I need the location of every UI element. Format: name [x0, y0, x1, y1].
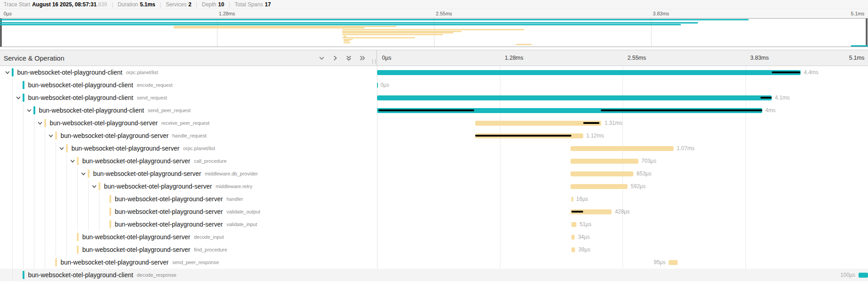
- span-bar[interactable]: [377, 70, 801, 75]
- critical-path-segment: [601, 109, 762, 111]
- collapse-all-icon[interactable]: [345, 54, 352, 62]
- span-bar[interactable]: [571, 184, 627, 189]
- span-bar[interactable]: [571, 159, 638, 164]
- collapse-chevron-icon[interactable]: [48, 133, 54, 139]
- span-row[interactable]: bun-websocket-otel-playground-serversend…: [0, 256, 868, 269]
- span-row[interactable]: bun-websocket-otel-playground-clientorpc…: [0, 66, 868, 79]
- operation-name: encode_request: [137, 82, 173, 88]
- span-row[interactable]: bun-websocket-otel-playground-servermidd…: [0, 180, 868, 193]
- span-name-cell[interactable]: bun-websocket-otel-playground-clientenco…: [0, 79, 377, 91]
- span-name-cell[interactable]: bun-websocket-otel-playground-serverorpc…: [0, 142, 377, 155]
- span-name-cell[interactable]: bun-websocket-otel-playground-servermidd…: [0, 167, 377, 180]
- timeline-tick-label: 3.83ms: [750, 55, 769, 61]
- span-bar[interactable]: [669, 260, 678, 265]
- span-name-cell[interactable]: bun-websocket-otel-playground-servervali…: [0, 218, 377, 231]
- span-row[interactable]: bun-websocket-otel-playground-servervali…: [0, 218, 868, 231]
- indent-guide: [45, 129, 45, 142]
- span-duration-label: 653µs: [637, 167, 651, 180]
- span-row[interactable]: bun-websocket-otel-playground-serverdeco…: [0, 231, 868, 243]
- service-color-indicator: [77, 246, 79, 254]
- indent-guide: [23, 231, 24, 243]
- indent-guide: [23, 142, 24, 155]
- collapse-one-icon[interactable]: [318, 54, 325, 62]
- column-resizer-grip[interactable]: [373, 59, 376, 64]
- collapse-chevron-icon[interactable]: [15, 95, 21, 101]
- minimap-span-bar: [342, 32, 453, 33]
- span-name-cell[interactable]: bun-websocket-otel-playground-serverdeco…: [0, 231, 377, 243]
- collapse-chevron-icon[interactable]: [70, 158, 75, 164]
- span-name-cell[interactable]: bun-websocket-otel-playground-servervali…: [0, 205, 377, 218]
- minimap-span-bar: [0, 19, 749, 20]
- indent-guide: [56, 142, 56, 155]
- span-row[interactable]: bun-websocket-otel-playground-clientsend…: [0, 104, 868, 117]
- operation-name: handler: [226, 196, 243, 202]
- span-name-cell[interactable]: bun-websocket-otel-playground-clientsend…: [0, 104, 377, 117]
- collapse-chevron-icon[interactable]: [80, 171, 86, 177]
- operation-name: find_procedure: [194, 247, 227, 252]
- total-spans-value: 17: [265, 1, 271, 8]
- span-row[interactable]: bun-websocket-otel-playground-serverfind…: [0, 243, 868, 256]
- span-bar[interactable]: [377, 95, 772, 100]
- minimap-right-scrubber[interactable]: [866, 19, 868, 47]
- span-name-cell[interactable]: bun-websocket-otel-playground-clientdeco…: [0, 269, 377, 281]
- service-name: bun-websocket-otel-playground-server: [61, 132, 169, 139]
- collapse-chevron-icon[interactable]: [91, 184, 97, 189]
- span-row[interactable]: bun-websocket-otel-playground-servermidd…: [0, 167, 868, 180]
- indent-guide: [23, 167, 24, 180]
- service-operation-header: Service & Operation: [0, 50, 377, 66]
- span-row[interactable]: bun-websocket-otel-playground-clientenco…: [0, 79, 868, 91]
- span-bar[interactable]: [571, 146, 674, 151]
- divider: |: [196, 1, 197, 8]
- span-row[interactable]: bun-websocket-otel-playground-servercall…: [0, 155, 868, 167]
- span-bar[interactable]: [571, 197, 573, 202]
- collapse-chevron-icon[interactable]: [5, 70, 10, 76]
- timeline-ticks-header: 0µs1.28ms2.55ms3.83ms5.1ms: [377, 50, 868, 66]
- span-row[interactable]: bun-websocket-otel-playground-serverhand…: [0, 193, 868, 205]
- span-duration-label: 4ms: [765, 104, 776, 117]
- span-name-cell[interactable]: bun-websocket-otel-playground-servercall…: [0, 155, 377, 167]
- span-duration-label: 1.31ms: [604, 117, 622, 129]
- span-bar[interactable]: [571, 247, 575, 252]
- span-row[interactable]: bun-websocket-otel-playground-clientdeco…: [0, 269, 868, 281]
- span-name-cell[interactable]: bun-websocket-otel-playground-clientsend…: [0, 91, 377, 104]
- span-bar[interactable]: [475, 121, 601, 126]
- span-name-cell[interactable]: bun-websocket-otel-playground-serverfind…: [0, 243, 377, 256]
- expand-all-icon[interactable]: [359, 54, 366, 62]
- span-bar[interactable]: [377, 83, 378, 88]
- span-row[interactable]: bun-websocket-otel-playground-serverorpc…: [0, 142, 868, 155]
- span-row[interactable]: bun-websocket-otel-playground-clientsend…: [0, 91, 868, 104]
- operation-name: receive_peer_request: [161, 120, 209, 126]
- span-timeline-cell: 1.07ms: [377, 142, 868, 155]
- span-duration-label: 1.07ms: [677, 142, 694, 155]
- span-bar[interactable]: [859, 273, 868, 278]
- collapse-chevron-icon[interactable]: [59, 146, 65, 151]
- span-name-cell[interactable]: bun-websocket-otel-playground-serverhand…: [0, 193, 377, 205]
- span-name-cell[interactable]: bun-websocket-otel-playground-clientorpc…: [0, 66, 377, 79]
- span-name-cell[interactable]: bun-websocket-otel-playground-serversend…: [0, 256, 377, 269]
- service-name: bun-websocket-otel-playground-client: [39, 107, 144, 114]
- trace-start-label: Trace Start: [4, 1, 30, 8]
- span-row[interactable]: bun-websocket-otel-playground-servervali…: [0, 205, 868, 218]
- span-name-cell[interactable]: bun-websocket-otel-playground-servermidd…: [0, 180, 377, 193]
- span-bar[interactable]: [571, 171, 633, 176]
- span-duration-label: 16µs: [576, 193, 588, 205]
- operation-name: call_procedure: [194, 158, 226, 164]
- trace-minimap[interactable]: [0, 18, 868, 47]
- indent-guide: [12, 269, 13, 281]
- span-name-cell[interactable]: bun-websocket-otel-playground-serverhand…: [0, 129, 377, 142]
- span-bar[interactable]: [571, 235, 575, 240]
- service-name: bun-websocket-otel-playground-server: [82, 233, 190, 241]
- service-name: bun-websocket-otel-playground-client: [28, 81, 133, 89]
- operation-name: validate_output: [226, 209, 260, 214]
- span-row[interactable]: bun-websocket-otel-playground-serverhand…: [0, 129, 868, 142]
- span-bar[interactable]: [571, 222, 576, 227]
- span-name-cell[interactable]: bun-websocket-otel-playground-serverrece…: [0, 117, 377, 129]
- span-timeline-cell: 34µs: [377, 231, 868, 243]
- span-timeline-cell: 1.31ms: [377, 117, 868, 129]
- collapse-chevron-icon[interactable]: [26, 108, 32, 114]
- span-timeline-cell: 4ms: [377, 104, 868, 117]
- service-color-indicator: [109, 208, 111, 216]
- expand-one-icon[interactable]: [331, 54, 339, 62]
- collapse-chevron-icon[interactable]: [37, 120, 43, 126]
- span-row[interactable]: bun-websocket-otel-playground-serverrece…: [0, 117, 868, 129]
